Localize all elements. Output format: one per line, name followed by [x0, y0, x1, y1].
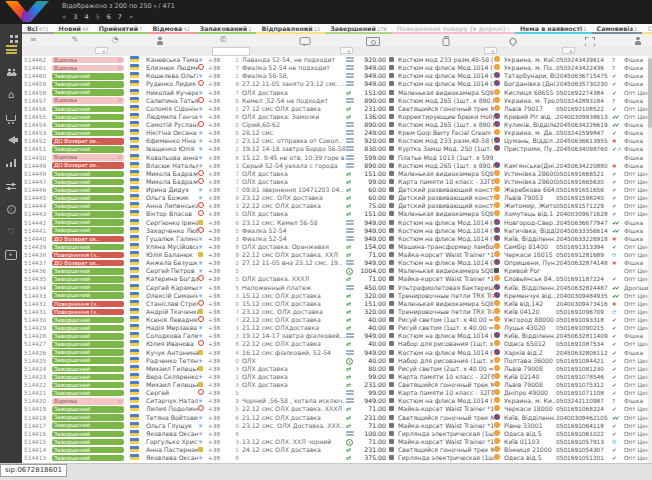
- tracking-number[interactable]: 0501691064118: [556, 422, 612, 430]
- tracking-number[interactable]: 20450632824487: [556, 284, 612, 292]
- phone-link[interactable]: +38: [208, 340, 228, 348]
- tracking-number[interactable]: 20400309838613: [556, 113, 612, 121]
- table-row[interactable]: 514433ЗавершенийОлексій Семанін✳+38315.1…: [22, 292, 652, 300]
- tracking-number[interactable]: 0501691187224: [556, 275, 612, 283]
- phone-link[interactable]: +38: [208, 210, 228, 218]
- phone-link[interactable]: +38: [208, 219, 228, 227]
- phone-link[interactable]: +38: [208, 243, 228, 251]
- phone-link[interactable]: +38: [208, 97, 228, 105]
- phone-link[interactable]: +38: [208, 381, 228, 389]
- phone-link[interactable]: +38: [208, 422, 228, 430]
- table-row[interactable]: 514435ЗавершенийКатерина Богданова+385ОЛ…: [22, 275, 652, 283]
- table-row[interactable]: 514417ЗавершенийОльга Глущук✳+38023.12 с…: [22, 422, 652, 430]
- filter-select-status[interactable]: ▾: [95, 47, 108, 54]
- scrollbar-thumb[interactable]: [648, 58, 652, 128]
- sidebar-item-support[interactable]: ♡: [0, 226, 22, 238]
- app-logo-icon[interactable]: [5, 1, 49, 22]
- tracking-number[interactable]: 20400309462105: [556, 414, 612, 422]
- tracking-number[interactable]: 20450634226619: [556, 121, 612, 129]
- phone-link[interactable]: +38: [208, 145, 228, 153]
- phone-link[interactable]: +38: [208, 113, 228, 121]
- table-row[interactable]: 514456ЗавершенийСоломія Сідоніна✳+38127.…: [22, 105, 652, 113]
- tab-7[interactable]: Завершений278: [325, 24, 392, 34]
- table-row[interactable]: 514430ЗавершенийКсенія Левадняя+38722.12…: [22, 316, 652, 324]
- table-row[interactable]: 514421ЗавершенийСергей+38599.00Карта пам…: [22, 389, 652, 397]
- tracking-number[interactable]: 0501692108522: [556, 105, 612, 113]
- table-row[interactable]: 514418ЗавершенийТетяна Войтович✳+38621.1…: [22, 414, 652, 422]
- tracking-number[interactable]: 20450636677947: [556, 219, 612, 227]
- table-row[interactable]: 514460ЗавершенийКошелева Ольга Ар..✳+381…: [22, 72, 652, 80]
- sidebar-item-cart[interactable]: [0, 112, 22, 124]
- tab-6[interactable]: Відправлений12: [256, 24, 325, 34]
- table-row[interactable]: 514438Повернення (з..Юлія Баланюк+38922.…: [22, 251, 652, 259]
- phone-link[interactable]: +38: [208, 56, 228, 64]
- phone-link[interactable]: +38: [208, 105, 228, 113]
- page-size-caret-icon[interactable]: ▾: [154, 3, 157, 9]
- tracking-number[interactable]: 20450636715475: [556, 72, 612, 80]
- tracking-number[interactable]: 0501691571229: [556, 202, 612, 210]
- tracking-number[interactable]: 0501691093318: [556, 316, 612, 324]
- tracking-number[interactable]: 20450632811409: [556, 332, 612, 340]
- phone-link[interactable]: +38: [208, 267, 228, 275]
- phone-link[interactable]: +38: [208, 300, 228, 308]
- table-row[interactable]: 514427ЗавершенийЮлия Иванова+38822.12 см…: [22, 340, 652, 348]
- table-row[interactable]: 514453ЗавершенийНікітіна Оксана Дми..✳+3…: [22, 129, 652, 137]
- table-row[interactable]: 514425ЗавершенийРадченко Тетяна✳+380ОЛХ$…: [22, 357, 652, 365]
- table-row[interactable]: 514442ЗавершенийСергіюнко Ірина Ми..+386…: [22, 219, 652, 227]
- tab-8[interactable]: Повернення товару (в дорозі)0: [392, 24, 515, 34]
- table-row[interactable]: 514415ЗавершенийГоргулько Христина..✳+38…: [22, 438, 652, 446]
- phone-link[interactable]: +38: [208, 162, 228, 170]
- phone-link[interactable]: +38: [208, 332, 228, 340]
- phone-link[interactable]: +38: [208, 292, 228, 300]
- tracking-number[interactable]: 20400309671628: [556, 210, 612, 218]
- table-row[interactable]: 514450Відмова⊙Ковальова анна✳+38815.12. …: [22, 154, 652, 162]
- sidebar-item-sliders[interactable]: [0, 180, 22, 192]
- tracking-number[interactable]: 20450632806112: [556, 349, 612, 357]
- table-row[interactable]: 514423ЗавершенийВера Скляренко✳+381ОЛХ д…: [22, 373, 652, 381]
- tracking-number[interactable]: 0501691666521: [556, 170, 612, 178]
- phone-link[interactable]: +38: [208, 259, 228, 267]
- tracking-number[interactable]: 0503243422436: [556, 64, 612, 72]
- sidebar-item-megaphone[interactable]: [0, 134, 22, 146]
- table-row[interactable]: 514439ЗавершенийУляна Мусійовська✳+389ОЛ…: [22, 243, 652, 251]
- table-row[interactable]: 514454ЗавершенийСамотій Руслана Во..+380…: [22, 121, 652, 129]
- tracking-number[interactable]: 0501691071108: [556, 389, 612, 397]
- tracking-number[interactable]: 20400309473416: [556, 300, 612, 308]
- tracking-number[interactable]: 0501691651656: [556, 186, 612, 194]
- tab-1[interactable]: Всі471: [22, 24, 54, 34]
- column-phone-icon[interactable]: ✆: [220, 35, 227, 45]
- tracking-number[interactable]: 0501691096709: [556, 308, 612, 316]
- phone-link[interactable]: +38: [208, 89, 228, 97]
- tracking-number[interactable]: 0503243439614: [556, 56, 612, 64]
- table-row[interactable]: 514444ЗавершенийАнна Липенська+38322.12 …: [22, 202, 652, 210]
- column-globe-icon[interactable]: ◔: [112, 35, 119, 45]
- sidebar-item-orders-list[interactable]: [0, 43, 22, 55]
- phone-link[interactable]: +38: [208, 137, 228, 145]
- phone-link[interactable]: +38: [208, 251, 228, 259]
- tracking-number[interactable]: 0503242893184: [556, 97, 612, 105]
- tracking-number[interactable]: 20450632874148: [556, 259, 612, 267]
- phone-link[interactable]: +38: [208, 405, 228, 413]
- table-row[interactable]: 514455ЗавершенийЛюдмила Гончарова✳+388ОЛ…: [22, 113, 652, 121]
- table-row[interactable]: 514426ЗавершенийКучук Антонина+38416.12 …: [22, 349, 652, 357]
- phone-link[interactable]: +38: [208, 121, 228, 129]
- tab-3[interactable]: Прийнятий7: [94, 24, 148, 34]
- table-row[interactable]: 514441ЗавершенийЗахарченко Люба+385Фиалк…: [22, 227, 652, 235]
- table-row[interactable]: 514443ЗавершенийВіктор Власов+385ОЛХ дос…: [22, 210, 652, 218]
- phone-link[interactable]: +38: [208, 357, 228, 365]
- table-row[interactable]: 514446ЗавершенийИрина Дидух✳+38709.01 зв…: [22, 186, 652, 194]
- phone-link[interactable]: +38: [208, 414, 228, 422]
- phone-link[interactable]: +38: [208, 284, 228, 292]
- phone-link[interactable]: +38: [208, 154, 228, 162]
- tab-5[interactable]: Запакований1: [195, 24, 257, 34]
- phone-link[interactable]: +38: [208, 373, 228, 381]
- tracking-number[interactable]: 0501691068224: [556, 405, 612, 413]
- table-row[interactable]: 514436ЗавершенийСергей Петров✳+385$1004.…: [22, 267, 652, 275]
- phone-link[interactable]: +38: [208, 186, 228, 194]
- sidebar-item-customers[interactable]: [0, 66, 22, 78]
- tracking-number[interactable]: 0501691061022: [556, 430, 612, 438]
- table-row[interactable]: 514447ЗавершенийМикола Бадражан+387ОЛХ д…: [22, 178, 652, 186]
- table-row[interactable]: 514414ЗавершенийАнна Пастернак+38124.12 …: [22, 446, 652, 454]
- table-row[interactable]: 514432Повернення (з..Станіслав Стрижак+3…: [22, 300, 652, 308]
- table-row[interactable]: 514419ЗавершенийЛилия Подолинская+38522.…: [22, 405, 652, 413]
